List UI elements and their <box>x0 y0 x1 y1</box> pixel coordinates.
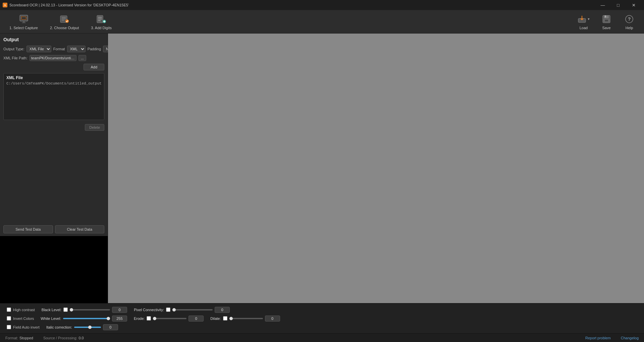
format-select[interactable]: XML JSON <box>67 46 86 52</box>
black-level-value[interactable]: 0 <box>112 307 127 313</box>
load-button[interactable]: ▼ Load <box>572 12 595 32</box>
browse-button[interactable]: ... <box>78 55 86 61</box>
dilate-label: Dilate: <box>210 317 221 321</box>
xml-file-header: XML File <box>6 75 101 80</box>
step2-label: 2. Choose Output <box>50 26 79 30</box>
changelog-link[interactable]: Changelog <box>621 336 639 340</box>
svg-rect-17 <box>605 15 606 17</box>
svg-rect-11 <box>98 18 102 19</box>
output-type-row: Output Type: XML File CSV JSON Format XM… <box>3 46 104 52</box>
close-button[interactable]: ✕ <box>626 0 641 10</box>
field-auto-invert-checkbox[interactable] <box>7 325 11 329</box>
output-type-select[interactable]: XML File CSV JSON <box>26 46 51 52</box>
save-icon <box>601 14 612 24</box>
black-level-checkbox[interactable] <box>63 307 68 312</box>
format-status-label: Format: <box>5 336 18 340</box>
add-output-button[interactable]: Add <box>84 64 104 70</box>
italic-correction-slider[interactable] <box>74 327 101 328</box>
white-level-slider[interactable] <box>63 318 110 319</box>
save-label: Save <box>602 26 610 30</box>
dilate-checkbox[interactable] <box>223 316 227 321</box>
add-digits-icon <box>96 14 107 24</box>
status-bar: Format: Stopped Source / Processing: 0.0… <box>0 333 644 342</box>
format-status-value: Stopped <box>19 336 33 340</box>
help-button[interactable]: ? Help <box>618 12 641 32</box>
svg-text:S: S <box>4 4 6 7</box>
white-level-group: White Level: 255 <box>41 316 127 322</box>
invert-colors-group: Invert Colors <box>7 316 34 321</box>
pixel-connectivity-value[interactable]: 0 <box>215 307 230 313</box>
black-level-slider[interactable] <box>70 309 110 310</box>
svg-rect-5 <box>22 22 26 23</box>
white-level-label: White Level: <box>41 317 61 321</box>
pixel-connectivity-label: Pixel Connectivity: <box>134 308 164 312</box>
source-status-label: Source / Processing: <box>43 336 77 340</box>
svg-rect-19 <box>605 20 608 21</box>
bottom-bar: High contrast Black Level: 0 Pixel Conne… <box>0 303 644 333</box>
help-icon: ? <box>624 14 635 24</box>
minimize-button[interactable]: — <box>595 0 610 10</box>
white-level-value[interactable]: 255 <box>112 316 127 322</box>
italic-correction-value[interactable]: 0 <box>103 324 118 330</box>
pixel-connectivity-slider[interactable] <box>172 309 213 310</box>
image-controls-row3: Field Auto invert Italic correction: 0 <box>0 323 644 332</box>
image-controls: High contrast Black Level: 0 Pixel Conne… <box>0 305 644 314</box>
send-test-data-button[interactable]: Send Test Data <box>3 225 53 233</box>
pixel-connectivity-checkbox[interactable] <box>166 307 170 312</box>
canvas-area <box>108 34 644 303</box>
xml-file-path: C:/Users/CmTeamPK/Documents/untitled_out… <box>6 81 101 86</box>
delete-button[interactable]: Delete <box>85 124 104 131</box>
erode-group: Erode: 0 <box>134 316 204 322</box>
help-label: Help <box>626 26 633 30</box>
svg-text:?: ? <box>628 16 631 22</box>
step3-add-digits[interactable]: 3. Add Digits <box>85 12 118 32</box>
step3-label: 3. Add Digits <box>91 26 112 30</box>
field-auto-invert-group: Field Auto invert <box>7 325 40 329</box>
xml-path-row: XML File Path: ... <box>3 55 104 61</box>
clear-test-data-button[interactable]: Clear Test Data <box>55 225 105 233</box>
format-status: Format: Stopped <box>5 336 33 340</box>
output-type-label: Output Type: <box>3 47 24 51</box>
svg-rect-4 <box>23 21 25 22</box>
title-bar-left: S Scoreboard OCR | 24.02.13 - Licensed V… <box>3 3 129 7</box>
main-content: Output Output Type: XML File CSV JSON Fo… <box>0 34 644 303</box>
invert-colors-checkbox[interactable] <box>7 316 11 321</box>
title-bar: S Scoreboard OCR | 24.02.13 - Licensed V… <box>0 0 644 10</box>
source-status-value: 0.0 <box>78 336 84 340</box>
save-button[interactable]: Save <box>595 12 618 32</box>
step2-choose-output[interactable]: 2. Choose Output <box>44 12 85 32</box>
dilate-value[interactable]: 0 <box>265 316 280 322</box>
report-problem-link[interactable]: Report problem <box>585 336 611 340</box>
image-controls-row2: Invert Colors White Level: 255 Erode: 0 … <box>0 314 644 323</box>
window-controls: — □ ✕ <box>595 0 641 10</box>
high-contrast-group: High contrast <box>7 307 35 312</box>
xml-path-label: XML File Path: <box>3 56 28 60</box>
dilate-slider[interactable] <box>229 318 263 319</box>
italic-correction-group: Italic correction: 0 <box>46 324 118 330</box>
maximize-button[interactable]: □ <box>610 0 626 10</box>
left-panel: Output Output Type: XML File CSV JSON Fo… <box>0 34 108 303</box>
black-level-label: Black Level: <box>42 308 61 312</box>
pixel-connectivity-group: Pixel Connectivity: 0 <box>134 307 230 313</box>
erode-checkbox[interactable] <box>147 316 151 321</box>
erode-value[interactable]: 0 <box>189 316 204 322</box>
output-section: Output Output Type: XML File CSV JSON Fo… <box>0 34 108 223</box>
black-level-group: Black Level: 0 <box>42 307 127 313</box>
source-status: Source / Processing: 0.0 <box>43 336 84 340</box>
select-capture-icon <box>18 14 29 24</box>
step1-label: 1. Select Capture <box>9 26 38 30</box>
dilate-group: Dilate: 0 <box>210 316 280 322</box>
output-section-title: Output <box>3 37 104 42</box>
xml-path-input[interactable] <box>30 55 76 61</box>
app-icon: S <box>3 3 7 7</box>
erode-slider[interactable] <box>153 318 186 319</box>
format-label: Format <box>53 47 65 51</box>
choose-output-icon <box>59 14 70 24</box>
load-label: Load <box>580 26 588 30</box>
erode-label: Erode: <box>134 317 145 321</box>
step1-select-capture[interactable]: 1. Select Capture <box>3 12 44 32</box>
invert-colors-label: Invert Colors <box>13 317 34 321</box>
test-buttons-row: Send Test Data Clear Test Data <box>0 223 108 236</box>
high-contrast-checkbox[interactable] <box>7 307 11 312</box>
preview-box <box>0 236 108 303</box>
